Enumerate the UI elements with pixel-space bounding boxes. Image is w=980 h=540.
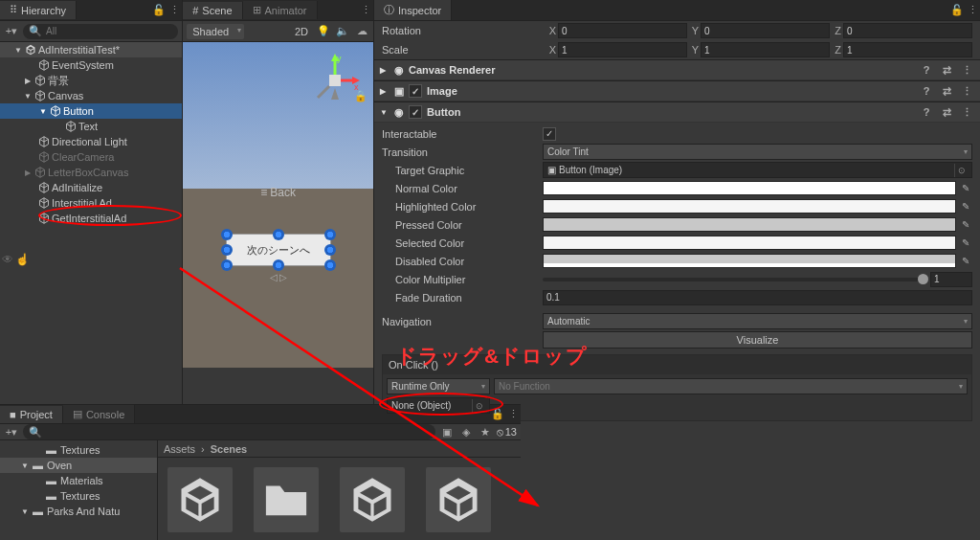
disabled-color-label: Disabled Color (382, 256, 543, 267)
function-dropdown[interactable]: No Function (494, 378, 968, 394)
help-icon[interactable]: ? (919, 104, 934, 120)
scale-z-input[interactable] (843, 42, 972, 57)
multiplier-slider[interactable] (543, 278, 924, 281)
selected-button-rect[interactable]: 次のシーンへ (226, 234, 331, 266)
lock-icon[interactable]: 🔓 (949, 3, 965, 18)
disabled-color-field[interactable] (543, 254, 956, 268)
breadcrumb-item[interactable]: Scenes (211, 443, 248, 455)
context-menu-icon[interactable]: ⋮ (167, 3, 182, 18)
normal-color-field[interactable] (543, 181, 956, 195)
add-icon[interactable]: +▾ (4, 424, 19, 439)
scale-y-input[interactable] (701, 42, 830, 57)
lighting-icon[interactable]: 💡 (316, 24, 331, 39)
pressed-color-field[interactable] (543, 217, 956, 232)
scale-x-input[interactable] (558, 42, 687, 57)
context-menu-icon[interactable]: ⋮ (358, 3, 373, 18)
image-header[interactable]: ▶▣ ✓ Image ? ⇄ ⋮ (374, 80, 980, 101)
object-picker-icon[interactable]: ⊙ (954, 164, 968, 177)
project-grid[interactable] (158, 458, 521, 540)
pickability-icon[interactable]: ☝ (15, 253, 30, 266)
button-enabled-checkbox[interactable]: ✓ (409, 105, 422, 119)
hidden-icon: ⦸ (497, 426, 503, 439)
add-icon[interactable]: +▾ (4, 24, 19, 39)
eyedropper-icon[interactable]: ✎ (959, 236, 972, 250)
navigation-dropdown[interactable]: Automatic (543, 313, 972, 329)
preset-icon[interactable]: ⇄ (939, 62, 954, 78)
eyedropper-icon[interactable]: ✎ (959, 200, 972, 214)
visualize-button[interactable]: Visualize (543, 331, 972, 349)
shading-mode-dropdown[interactable]: Shaded (187, 24, 244, 39)
gameobject-icon (38, 136, 50, 147)
filter-label-icon[interactable]: ◈ (458, 424, 474, 439)
hierarchy-tab[interactable]: ⠿Hierarchy (0, 1, 77, 19)
inspector-tab[interactable]: ⓘInspector (374, 0, 452, 20)
canvas-renderer-header[interactable]: ▶◉ Canvas Renderer ? ⇄ ⋮ (374, 59, 980, 80)
context-menu-icon[interactable]: ⋮ (959, 62, 974, 78)
rot-y-input[interactable] (701, 23, 830, 38)
scale-label: Scale (382, 44, 543, 56)
help-icon[interactable]: ? (919, 62, 934, 78)
project-search[interactable]: 🔍 (23, 424, 435, 439)
asset-item[interactable] (167, 467, 233, 532)
visibility-icon[interactable]: 👁 (2, 253, 13, 266)
svg-line-7 (318, 86, 329, 98)
highlighted-color-field[interactable] (543, 199, 956, 214)
audio-icon[interactable]: 🔈 (335, 24, 350, 39)
highlighted-color-label: Highlighted Color (382, 201, 543, 213)
interactable-checkbox[interactable]: ✓ (543, 127, 556, 141)
favorite-icon[interactable]: ★ (478, 424, 493, 439)
2d-toggle[interactable]: 2D (291, 26, 312, 37)
hierarchy-toolbar: +▾ 🔍 (0, 21, 182, 42)
gameobject-icon (34, 167, 46, 178)
target-graphic-field[interactable]: ▣Button (Image)⊙ (543, 162, 972, 178)
selected-color-field[interactable] (543, 236, 956, 250)
hierarchy-search[interactable]: 🔍 (23, 24, 178, 39)
inspector-tabbar: ⓘInspector 🔓 ⋮ (374, 0, 980, 21)
preset-icon[interactable]: ⇄ (939, 83, 954, 99)
eyedropper-icon[interactable]: ✎ (959, 182, 972, 195)
eyedropper-icon[interactable]: ✎ (959, 255, 972, 268)
hier-item-label: AdInitialize (52, 182, 102, 193)
context-menu-icon[interactable]: ⋮ (959, 83, 974, 99)
button-header[interactable]: ▼◉ ✓ Button ? ⇄ ⋮ (374, 101, 980, 123)
context-menu-icon[interactable]: ⋮ (959, 104, 974, 120)
console-tab[interactable]: ▤Console (63, 405, 135, 423)
selected-color-label: Selected Color (382, 237, 543, 249)
object-picker-icon[interactable]: ⊙ (472, 399, 485, 413)
hidden-count: ⦸13 (497, 426, 517, 439)
asset-item[interactable] (340, 467, 405, 532)
context-menu-icon[interactable]: ⋮ (965, 3, 980, 18)
fade-input[interactable] (543, 290, 972, 305)
lock-icon[interactable]: 🔓 (151, 3, 167, 18)
rot-z-input[interactable] (843, 23, 972, 38)
image-enabled-checkbox[interactable]: ✓ (409, 84, 422, 98)
transition-label: Transition (382, 146, 543, 158)
project-folder-tree[interactable]: ▬Textures ▼▬Oven ▬Materials ▬Textures ▼▬… (0, 440, 158, 540)
animator-tab[interactable]: ⊞Animator (243, 1, 318, 19)
runtime-dropdown[interactable]: Runtime Only (387, 378, 490, 394)
asset-item[interactable] (426, 467, 491, 532)
lock-icon[interactable]: 🔒 (354, 90, 368, 102)
fx-icon[interactable]: ☁ (354, 24, 369, 39)
eyedropper-icon[interactable]: ✎ (959, 218, 972, 232)
onclick-header: On Click () (383, 355, 971, 374)
gameobject-icon (38, 182, 50, 193)
scene-tab[interactable]: #Scene (183, 2, 242, 19)
hier-item-label: GetInterstitialAd (52, 213, 126, 224)
project-breadcrumb[interactable]: Assets› Scenes (158, 440, 521, 458)
preset-icon[interactable]: ⇄ (939, 104, 954, 120)
scene-view[interactable]: y x 🔒 ≡Back 次のシーンへ (183, 42, 373, 368)
hierarchy-search-input[interactable] (46, 26, 172, 36)
filter-type-icon[interactable]: ▣ (439, 424, 455, 439)
rot-x-input[interactable] (558, 23, 687, 38)
hier-item-label: EventSystem (52, 59, 114, 71)
multiplier-input[interactable] (930, 272, 972, 287)
asset-item[interactable] (254, 467, 319, 532)
gameobject-icon (34, 90, 46, 101)
event-object-field[interactable]: None (Object)⊙ (387, 397, 490, 414)
breadcrumb-item[interactable]: Assets (164, 443, 195, 455)
project-tab[interactable]: ■Project (0, 406, 63, 423)
project-search-input[interactable] (46, 427, 430, 438)
transition-dropdown[interactable]: Color Tint (543, 144, 972, 160)
help-icon[interactable]: ? (919, 83, 934, 99)
